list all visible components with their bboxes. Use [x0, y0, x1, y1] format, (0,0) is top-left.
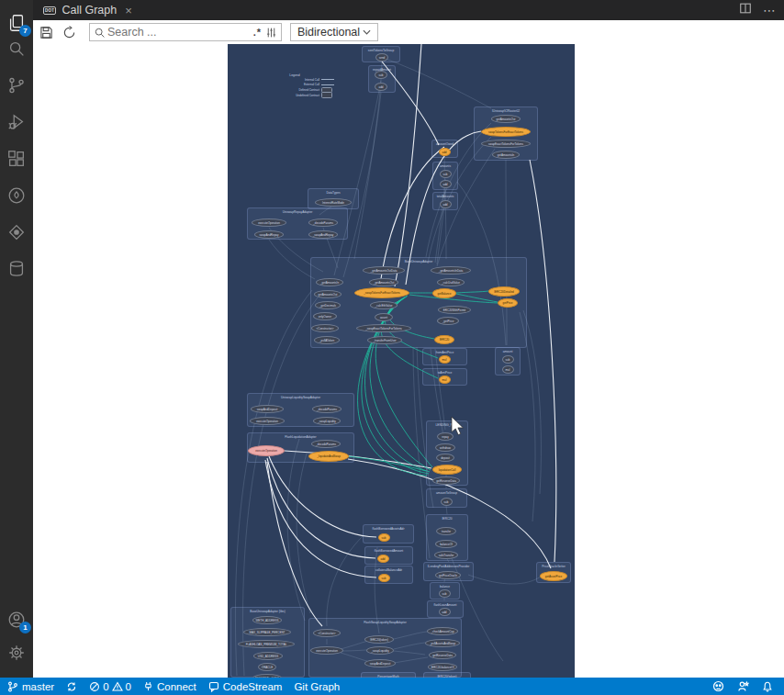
- feedback-icon[interactable]: [737, 680, 749, 692]
- graph-node[interactable]: getAmountsOut: [491, 115, 521, 123]
- graph-node[interactable]: _swapTokensForExactTokens: [354, 287, 409, 298]
- coverage-gutters-icon[interactable]: [6, 185, 27, 206]
- graph-node[interactable]: add: [377, 555, 389, 563]
- graph-node[interactable]: repay: [437, 432, 454, 441]
- graph-node[interactable]: add: [440, 180, 452, 188]
- graph-node[interactable]: _liquidateAndSwap: [308, 451, 349, 462]
- search-icon[interactable]: [6, 39, 27, 59]
- graph-node[interactable]: sub: [375, 71, 387, 79]
- graph-node[interactable]: InterestRateMode: [315, 198, 352, 207]
- graph-node[interactable]: mul: [502, 365, 514, 374]
- graph-node[interactable]: add: [440, 200, 452, 208]
- tab-call-graph[interactable]: DOT Call Graph ×: [35, 0, 140, 20]
- graph-node[interactable]: IERC20Detailed: [488, 286, 520, 297]
- graph-node[interactable]: _getAmountsOutData: [363, 266, 405, 275]
- graph-node[interactable]: sub: [378, 574, 390, 582]
- graph-node[interactable]: executeOperation: [248, 445, 285, 456]
- extensions-icon[interactable]: [6, 149, 27, 169]
- graph-node[interactable]: mul: [439, 355, 451, 364]
- search-input[interactable]: [106, 25, 250, 39]
- refresh-icon[interactable]: [61, 24, 77, 40]
- problems-indicator[interactable]: 0 0: [89, 681, 131, 692]
- split-editor-icon[interactable]: [739, 2, 752, 18]
- graph-node[interactable]: _calcEthValue: [370, 301, 398, 309]
- graph-node[interactable]: getAmountsIn: [492, 151, 520, 159]
- graph-node[interactable]: executeOperation: [252, 219, 286, 227]
- graph-node[interactable]: deposit: [436, 454, 454, 462]
- graph-node[interactable]: assert: [375, 313, 393, 321]
- graph-node[interactable]: _decodeParams: [308, 219, 338, 227]
- graph-node[interactable]: swapAndRepay: [254, 230, 284, 239]
- regex-toggle[interactable]: .*: [253, 27, 262, 38]
- graph-node[interactable]: sub: [440, 170, 452, 178]
- graph-node[interactable]: executeOperation: [250, 417, 285, 425]
- graph-node[interactable]: mul: [439, 376, 451, 384]
- graph-node[interactable]: send: [375, 53, 388, 62]
- accounts-icon[interactable]: 1: [6, 610, 27, 630]
- graph-node[interactable]: sub: [439, 589, 451, 598]
- graph-node[interactable]: swapAndDeposit: [364, 659, 396, 667]
- people-icon[interactable]: [712, 680, 724, 692]
- graph-node[interactable]: getPriceOracle: [435, 571, 461, 579]
- graph-node[interactable]: getPrice: [498, 298, 518, 308]
- graph-node[interactable]: _calcUsdValue: [437, 278, 465, 286]
- graph-node[interactable]: sub: [378, 533, 390, 542]
- graph-node[interactable]: add: [439, 608, 451, 616]
- graph-node[interactable]: _pullAssetsAndSwap: [425, 639, 460, 647]
- sync-button[interactable]: [66, 681, 77, 692]
- graph-node[interactable]: WETH_ADDRESS: [252, 616, 282, 624]
- close-icon[interactable]: ×: [125, 4, 132, 17]
- save-icon[interactable]: [38, 24, 54, 40]
- codestream-button[interactable]: CodeStream: [208, 681, 283, 692]
- graph-node[interactable]: _decodeParams: [312, 405, 342, 413]
- branch-indicator[interactable]: master: [7, 681, 54, 692]
- graph-node[interactable]: _swapExactTokensForTokens: [356, 324, 411, 332]
- graph-node[interactable]: swapTokensForExactTokens: [481, 127, 531, 137]
- direction-select[interactable]: Bidirectional: [290, 23, 378, 41]
- codestream-activity-icon[interactable]: [6, 222, 27, 242]
- graph-node[interactable]: safeTransfer: [434, 551, 458, 559]
- graph-node[interactable]: _swapLiquidity: [366, 646, 394, 655]
- graph-node[interactable]: _checkAmountCap: [427, 627, 458, 635]
- graph-node[interactable]: _transferFromUser: [367, 336, 402, 344]
- graph-node[interactable]: _getAmountsInData: [431, 266, 471, 275]
- graph-node[interactable]: balanceOf: [435, 540, 457, 548]
- graph-canvas[interactable]: sentTokensToGrouprepaidAmountIUniswapV2R…: [228, 44, 575, 678]
- graph-node[interactable]: executeOperation: [310, 646, 343, 655]
- run-debug-icon[interactable]: [6, 112, 27, 132]
- graph-node[interactable]: _getDecimals: [315, 301, 341, 309]
- graph-node[interactable]: _decodeParams: [311, 440, 341, 448]
- graph-node[interactable]: swapExactTokensForTokens: [481, 140, 531, 148]
- git-graph-button[interactable]: Git Graph: [294, 681, 340, 692]
- graph-node[interactable]: IERC20: [434, 335, 454, 344]
- graph-node[interactable]: onlyOwner: [313, 312, 337, 320]
- graph-node[interactable]: getBalance: [432, 288, 456, 298]
- graph-node[interactable]: ORACLE: [258, 663, 276, 671]
- more-actions-icon[interactable]: ⋯: [763, 3, 777, 17]
- graph-node[interactable]: withdraw: [435, 443, 455, 452]
- graph-node[interactable]: IERC20.balanceOf: [428, 663, 457, 671]
- graph-node[interactable]: <Constructor>: [313, 629, 341, 637]
- graph-node[interactable]: sub: [502, 355, 514, 364]
- filter-settings-icon[interactable]: [265, 27, 277, 39]
- graph-node[interactable]: _getAmountsIn: [316, 278, 343, 286]
- connect-button[interactable]: Connect: [143, 681, 196, 692]
- graph-node[interactable]: _getPrice: [437, 317, 459, 325]
- settings-gear-icon[interactable]: [6, 643, 27, 663]
- graph-node[interactable]: MAX_SLIPPAGE_PERCENT: [243, 628, 291, 636]
- graph-node[interactable]: getReserveData: [429, 651, 456, 659]
- graph-node[interactable]: liquidationCall: [432, 465, 462, 475]
- graph-node[interactable]: _pullAToken: [314, 336, 340, 344]
- source-control-icon[interactable]: [6, 75, 27, 95]
- graph-node[interactable]: add: [375, 83, 387, 91]
- graph-node[interactable]: getAmountsOut: [314, 290, 342, 298]
- graph-node[interactable]: IERC20(token): [364, 635, 394, 644]
- graph-node[interactable]: swapAndDeposit: [251, 405, 284, 413]
- graph-node[interactable]: transfer: [436, 527, 456, 535]
- graph-node[interactable]: <Constructor>: [311, 324, 339, 332]
- graph-node[interactable]: FLASHLOAN_PREMIUM_TOTAL: [238, 640, 295, 648]
- graph-node[interactable]: getReserveData: [432, 476, 460, 485]
- graph-node[interactable]: _swapLiquidity: [313, 417, 341, 425]
- graph-node[interactable]: ERC20WithPermit: [438, 306, 471, 314]
- notifications-bell-icon[interactable]: [762, 681, 773, 692]
